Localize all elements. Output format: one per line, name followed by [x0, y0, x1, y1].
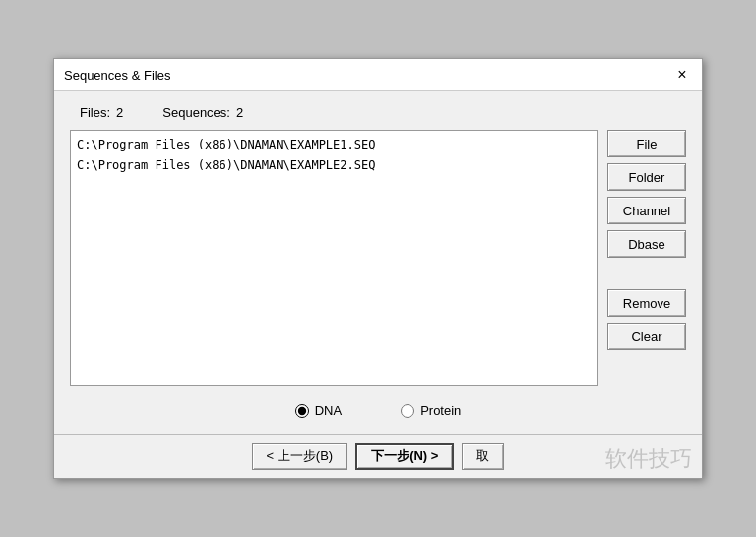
dbase-button[interactable]: Dbase: [607, 230, 686, 258]
next-button[interactable]: 下一步(N) >: [355, 443, 454, 470]
files-stat: Files: 2: [80, 105, 123, 120]
file-button[interactable]: File: [607, 130, 686, 157]
cancel-button[interactable]: 取: [462, 443, 504, 470]
protein-radio[interactable]: [401, 404, 414, 418]
list-item: C:\Program Files (x86)\DNAMAN\EXAMPLE1.S…: [75, 135, 593, 155]
protein-radio-label[interactable]: Protein: [401, 403, 461, 418]
list-item: C:\Program Files (x86)\DNAMAN\EXAMPLE2.S…: [75, 155, 593, 176]
stats-row: Files: 2 Sequences: 2: [70, 105, 686, 120]
button-spacer: [607, 264, 686, 283]
folder-button[interactable]: Folder: [607, 163, 686, 191]
dialog-footer: < 上一步(B) 下一步(N) > 取 软件技巧: [54, 434, 702, 478]
remove-button[interactable]: Remove: [607, 289, 686, 317]
sequences-count: 2: [236, 105, 243, 120]
dialog-body: Files: 2 Sequences: 2 C:\Program Files (…: [54, 91, 702, 434]
dna-radio[interactable]: [295, 404, 309, 418]
title-bar: Sequences & Files ×: [54, 59, 702, 91]
files-count: 2: [116, 105, 123, 120]
protein-label: Protein: [420, 403, 461, 418]
dna-radio-label[interactable]: DNA: [295, 403, 342, 418]
back-button[interactable]: < 上一步(B): [252, 443, 348, 470]
sequences-files-dialog: Sequences & Files × Files: 2 Sequences: …: [53, 58, 703, 479]
action-buttons: File Folder Channel Dbase Remove Clear: [607, 130, 686, 386]
content-row: C:\Program Files (x86)\DNAMAN\EXAMPLE1.S…: [70, 130, 686, 386]
sequences-label: Sequences:: [162, 105, 230, 120]
clear-button[interactable]: Clear: [607, 323, 686, 350]
sequences-stat: Sequences: 2: [162, 105, 243, 120]
watermark: 软件技巧: [605, 445, 692, 474]
file-list[interactable]: C:\Program Files (x86)\DNAMAN\EXAMPLE1.S…: [70, 130, 598, 386]
radio-row: DNA Protein: [70, 395, 686, 424]
channel-button[interactable]: Channel: [607, 197, 686, 224]
close-button[interactable]: ×: [672, 65, 692, 85]
dna-label: DNA: [315, 403, 342, 418]
files-label: Files:: [80, 105, 110, 120]
dialog-title: Sequences & Files: [64, 68, 170, 83]
